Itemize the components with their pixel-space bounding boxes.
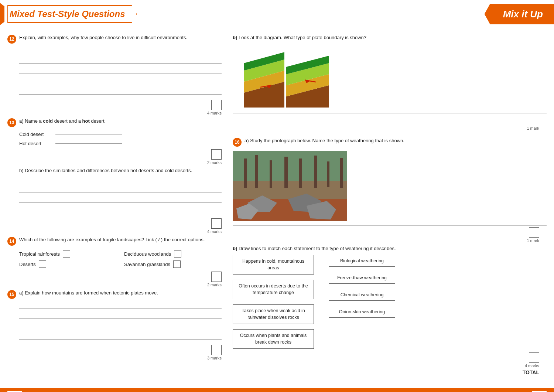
answer-line (19, 69, 222, 74)
q14-marks: 2 marks (7, 272, 222, 287)
question-15-row: 15 a) Explain how mountains are formed w… (7, 290, 222, 299)
match-left-2: Often occurs in deserts due to the tempe… (239, 283, 308, 295)
q15-badge: 15 (7, 290, 16, 299)
hot-desert-input[interactable] (55, 143, 122, 144)
mark-box (211, 149, 222, 160)
plate-diagram-container (233, 45, 547, 109)
list-item: Takes place when weak acid in rainwater … (233, 304, 314, 324)
option-tropical-label: Tropical rainforests (19, 251, 60, 257)
cold-desert-input[interactable] (55, 134, 122, 134)
total-row: TOTAL (523, 369, 539, 375)
answer-line (19, 198, 222, 203)
q16b-row: b) Draw lines to match each statement to… (233, 246, 547, 251)
q13b-label: b) (19, 168, 24, 173)
tick-box-tropical[interactable] (63, 250, 70, 258)
q16b-label: b) (233, 246, 237, 251)
q13-badge: 13 (7, 118, 16, 127)
list-item: Occurs when plants and animals break dow… (233, 329, 314, 349)
total-label: TOTAL (523, 369, 539, 375)
q12-marks: 4 marks (7, 100, 222, 115)
tick-box-deserts[interactable] (39, 260, 46, 268)
svg-rect-22 (340, 158, 343, 188)
tick-box-savannah[interactable] (173, 260, 181, 268)
orange-accent-left (0, 3, 4, 25)
match-left-4: Occurs when plants and animals break dow… (240, 333, 307, 345)
q15-answer-lines (19, 303, 222, 340)
mark-label: 4 marks (207, 229, 222, 234)
left-column: 12 Explain, with examples, why few peopl… (7, 35, 222, 392)
matching-exercise: Happens in cold, mountainous areas Often… (233, 255, 547, 349)
answer-line (19, 89, 222, 95)
match-left-3: Takes place when weak acid in rainwater … (242, 308, 305, 320)
q16b-marks-total: 4 marks TOTAL 21 (233, 352, 539, 392)
q15a-text: a) Explain how mountains are formed when… (19, 290, 222, 296)
mark-box (529, 227, 539, 238)
q12-answer-lines (19, 48, 222, 95)
q13a-end: desert. (90, 118, 106, 124)
mark-label: 1 mark (527, 238, 539, 243)
list-item: Tropical rainforests (19, 250, 117, 258)
mark-label: 3 marks (207, 356, 222, 360)
hot-desert-label: Hot desert (19, 141, 52, 146)
q15-marks: 3 marks (7, 345, 222, 360)
weathering-photo-container (233, 151, 547, 222)
list-item: Savannah grasslands (124, 260, 222, 268)
hot-desert-row: Hot desert (19, 141, 222, 146)
mark-box (211, 100, 222, 110)
q13a-mid: desert and a (53, 118, 82, 124)
tick-box-deciduous[interactable] (174, 250, 181, 258)
question-12-row: 12 Explain, with examples, why few peopl… (7, 35, 222, 44)
q16a-question: Study the photograph below. Name the typ… (250, 138, 404, 143)
q15b-section: b) Look at the diagram. What type of pla… (233, 35, 547, 130)
q12-text: Explain, with examples, why few people c… (19, 35, 222, 40)
answer-line (19, 79, 222, 84)
svg-rect-20 (314, 156, 317, 188)
q16a-label: a) (244, 138, 249, 143)
svg-rect-21 (327, 161, 329, 187)
question-13-row: 13 a) Name a cold desert and a hot deser… (7, 118, 222, 127)
mark-label: 2 marks (207, 283, 222, 287)
match-right-4: Onion-skin weathering (339, 309, 385, 314)
svg-rect-16 (255, 155, 258, 188)
matching-right-column: Biological weathering Freeze-thaw weathe… (329, 255, 395, 318)
q16b-text: Draw lines to match each statement to th… (239, 246, 396, 251)
answer-line (19, 187, 222, 192)
list-item: Deciduous woodlands (124, 250, 222, 258)
q13a-marks: 2 marks (7, 149, 222, 165)
matching-left-column: Happens in cold, mountainous areas Often… (233, 255, 314, 349)
plate-boundary-diagram (233, 45, 343, 108)
footer: 122 KS3 Geography Revision Guide Mix it … (0, 388, 554, 392)
answer-line (19, 48, 222, 53)
cold-desert-label: Cold desert (19, 132, 52, 137)
mark-label: 1 mark (527, 126, 539, 130)
q13a-prefix: Name a (25, 118, 43, 124)
svg-rect-19 (299, 158, 302, 188)
svg-rect-17 (270, 160, 272, 188)
match-left-1: Happens in cold, mountainous areas (242, 259, 304, 270)
right-column: b) Look at the diagram. What type of pla… (233, 35, 547, 392)
total-mark-box (529, 377, 539, 387)
q15a-label: a) (19, 290, 24, 296)
list-item: Happens in cold, mountainous areas (233, 255, 314, 275)
mark-box (211, 345, 222, 355)
q14-text: Which of the following are examples of f… (19, 237, 222, 242)
list-item: Deserts (19, 260, 117, 268)
q13-desert-inputs: Cold desert Hot desert (19, 132, 222, 146)
svg-rect-18 (284, 157, 288, 188)
hot-text: hot (82, 118, 90, 124)
mark-box (529, 352, 539, 363)
question-14-row: 14 Which of the following are examples o… (7, 237, 222, 246)
option-deserts-label: Deserts (19, 262, 36, 267)
answer-line (19, 324, 222, 329)
q16a-text: a) Study the photograph below. Name the … (244, 138, 404, 143)
answer-line (19, 208, 222, 213)
q16-header-row: 16 a) Study the photograph below. Name t… (233, 138, 547, 147)
q13b-text: Describe the similarities and difference… (25, 168, 192, 173)
mark-label: 2 marks (207, 160, 222, 165)
page-header: Mixed Test-Style Questions Mix it Up (0, 0, 554, 28)
svg-rect-15 (244, 158, 247, 188)
q13a-label: a) (19, 118, 24, 124)
answer-line (19, 177, 222, 182)
answer-line (19, 334, 222, 340)
mark-box (211, 218, 222, 229)
